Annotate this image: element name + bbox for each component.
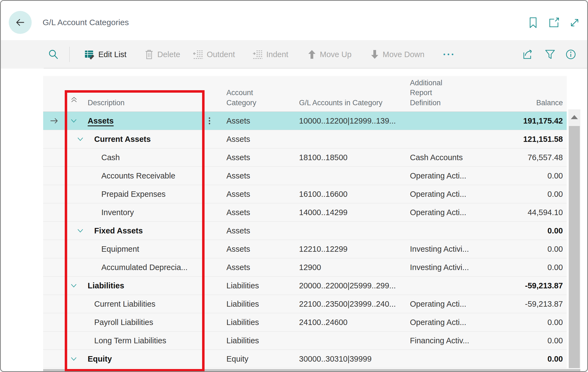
balance-cell[interactable]: 0.00: [508, 336, 563, 345]
column-header-description[interactable]: Description: [65, 97, 205, 112]
chevron-down-icon[interactable]: [71, 284, 78, 288]
gl-accounts-cell[interactable]: 24100..24600: [299, 318, 410, 327]
gl-accounts-cell[interactable]: 12210..12299: [299, 245, 410, 254]
description-cell[interactable]: Equipment: [101, 245, 139, 254]
description-cell[interactable]: Liabilities: [88, 281, 124, 290]
gl-accounts-cell[interactable]: 12900: [299, 263, 410, 272]
table-row[interactable]: Payroll Liabilities Liabilities 24100..2…: [43, 313, 567, 332]
expand-page-button[interactable]: [569, 17, 581, 29]
collapse-all-icon[interactable]: [71, 97, 78, 108]
chevron-down-icon[interactable]: [71, 119, 78, 123]
table-row[interactable]: Current Liabilities Liabilities 22100..2…: [43, 295, 567, 313]
balance-cell[interactable]: 0.00: [508, 190, 563, 199]
description-cell[interactable]: Current Assets: [94, 135, 151, 144]
gl-accounts-cell[interactable]: 22100..23500|23999..240...: [299, 300, 410, 309]
description-cell[interactable]: Prepaid Expenses: [101, 190, 166, 199]
column-header-additional-report-definition[interactable]: Additional Report Definition: [410, 78, 508, 112]
account-category-cell[interactable]: Liabilities: [226, 300, 299, 309]
additional-report-definition-cell[interactable]: Operating Acti...: [410, 208, 508, 217]
gl-accounts-cell[interactable]: 18100..18500: [299, 153, 410, 162]
vertical-scrollbar[interactable]: [568, 109, 580, 368]
additional-report-definition-cell[interactable]: Investing Activi...: [410, 245, 508, 254]
account-category-cell[interactable]: Assets: [226, 135, 299, 144]
balance-cell[interactable]: -59,213.87: [508, 281, 563, 290]
open-in-new-window-button[interactable]: [548, 17, 560, 29]
table-row[interactable]: Liabilities Liabilities 20000..22000|259…: [43, 277, 567, 295]
additional-report-definition-cell[interactable]: Operating Acti...: [410, 318, 508, 327]
column-header-account-category[interactable]: Account Category: [226, 88, 299, 112]
gl-accounts-cell[interactable]: 20000..22000|25999..299...: [299, 281, 410, 290]
account-category-cell[interactable]: Assets: [226, 153, 299, 162]
account-category-cell[interactable]: Equity: [226, 355, 299, 364]
table-row[interactable]: Accounts Receivable Assets Operating Act…: [43, 167, 567, 185]
gl-accounts-cell[interactable]: 10000..12200|12999..139...: [299, 116, 410, 125]
outdent-button[interactable]: Outdent: [193, 40, 235, 69]
table-row[interactable]: Inventory Assets 14000..14299 Operating …: [43, 203, 567, 222]
chevron-down-icon[interactable]: [77, 229, 84, 233]
additional-report-definition-cell[interactable]: Cash Accounts: [410, 153, 508, 162]
account-category-cell[interactable]: Assets: [226, 116, 299, 125]
account-category-cell[interactable]: Liabilities: [226, 336, 299, 345]
table-row[interactable]: Accumulated Deprecia... Assets 12900 Inv…: [43, 258, 567, 277]
table-row[interactable]: Equity Equity 30000..30310|39999 0.00: [43, 350, 567, 368]
chevron-down-icon[interactable]: [71, 357, 78, 361]
balance-cell[interactable]: 0.00: [508, 171, 563, 180]
row-ellipsis-icon[interactable]: [205, 117, 226, 125]
table-row[interactable]: Assets Assets 10000..12200|12999..139...…: [43, 112, 567, 130]
balance-cell[interactable]: 121,151.58: [508, 135, 563, 144]
indent-button[interactable]: Indent: [253, 40, 288, 69]
balance-cell[interactable]: 44,594.10: [508, 208, 563, 217]
balance-cell[interactable]: 0.00: [508, 318, 563, 327]
delete-button[interactable]: Delete: [144, 40, 180, 69]
scroll-up-button[interactable]: [568, 109, 580, 125]
table-row[interactable]: Current Assets Assets 121,151.58: [43, 130, 567, 148]
table-row[interactable]: Long Term Liabilities Liabilities Financ…: [43, 332, 567, 350]
column-header-gl-accounts[interactable]: G/L Accounts in Category: [299, 98, 410, 112]
description-cell[interactable]: Equity: [88, 355, 112, 364]
move-down-button[interactable]: Move Down: [370, 40, 424, 69]
table-row[interactable]: Cash Assets 18100..18500 Cash Accounts 7…: [43, 148, 567, 167]
description-cell[interactable]: Current Liabilities: [94, 300, 155, 309]
account-category-cell[interactable]: Assets: [226, 226, 299, 235]
account-category-cell[interactable]: Assets: [226, 263, 299, 272]
balance-cell[interactable]: 191,175.42: [508, 116, 563, 125]
account-category-cell[interactable]: Assets: [226, 171, 299, 180]
gl-accounts-cell[interactable]: 30000..30310|39999: [299, 355, 410, 364]
search-button[interactable]: [48, 40, 59, 69]
table-row[interactable]: Fixed Assets Assets 0.00: [43, 222, 567, 240]
account-category-cell[interactable]: Liabilities: [226, 318, 299, 327]
vertical-scrollbar-thumb[interactable]: [569, 126, 580, 368]
table-row[interactable]: Equipment Assets 12210..12299 Investing …: [43, 240, 567, 258]
balance-cell[interactable]: 0.00: [508, 226, 563, 235]
back-button[interactable]: [9, 11, 32, 34]
description-cell[interactable]: Accounts Receivable: [101, 171, 175, 180]
edit-list-button[interactable]: Edit List: [84, 40, 126, 69]
additional-report-definition-cell[interactable]: Operating Acti...: [410, 300, 508, 309]
additional-report-definition-cell[interactable]: Financing Activ...: [410, 336, 508, 345]
share-button[interactable]: [522, 40, 534, 69]
more-options-button[interactable]: [443, 40, 455, 69]
description-cell[interactable]: Long Term Liabilities: [94, 336, 166, 345]
account-category-cell[interactable]: Assets: [226, 190, 299, 199]
account-category-cell[interactable]: Assets: [226, 245, 299, 254]
balance-cell[interactable]: 0.00: [508, 355, 563, 364]
description-cell[interactable]: Accumulated Deprecia...: [101, 263, 188, 272]
description-cell[interactable]: Cash: [101, 153, 120, 162]
balance-cell[interactable]: 0.00: [508, 263, 563, 272]
move-up-button[interactable]: Move Up: [307, 40, 351, 69]
table-row[interactable]: Prepaid Expenses Assets 16100..16600 Ope…: [43, 185, 567, 203]
additional-report-definition-cell[interactable]: Operating Acti...: [410, 190, 508, 199]
additional-report-definition-cell[interactable]: Operating Acti...: [410, 171, 508, 180]
balance-cell[interactable]: 76,557.48: [508, 153, 563, 162]
description-cell[interactable]: Fixed Assets: [94, 226, 143, 235]
gl-accounts-cell[interactable]: 14000..14299: [299, 208, 410, 217]
info-button[interactable]: [565, 40, 577, 69]
account-category-cell[interactable]: Liabilities: [226, 281, 299, 290]
description-cell[interactable]: Assets: [88, 116, 114, 125]
account-category-cell[interactable]: Assets: [226, 208, 299, 217]
bookmark-button[interactable]: [527, 17, 539, 29]
description-cell[interactable]: Inventory: [101, 208, 134, 217]
additional-report-definition-cell[interactable]: Investing Activi...: [410, 263, 508, 272]
horizontal-scrollbar[interactable]: [43, 369, 580, 372]
column-header-balance[interactable]: Balance: [508, 98, 563, 112]
